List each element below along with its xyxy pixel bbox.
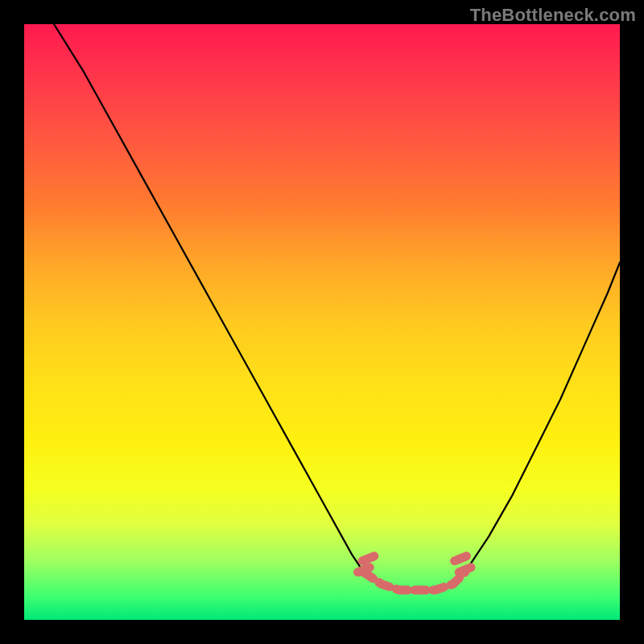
watermark-text: TheBottleneck.com bbox=[470, 5, 636, 26]
bottleneck-chart: TheBottleneck.com bbox=[0, 0, 644, 644]
chart-svg bbox=[24, 24, 620, 620]
left-dash-marker-seg0 bbox=[357, 568, 369, 572]
plot-area bbox=[24, 24, 620, 620]
right-dash-marker-seg0 bbox=[459, 568, 471, 572]
series-bottleneck-left-descent bbox=[54, 24, 364, 572]
series-bottleneck-right-ascent bbox=[465, 262, 620, 572]
series-flat-bottom bbox=[364, 572, 465, 590]
right-dash-marker-seg1 bbox=[455, 556, 467, 561]
left-dash-marker-seg1 bbox=[362, 556, 374, 561]
